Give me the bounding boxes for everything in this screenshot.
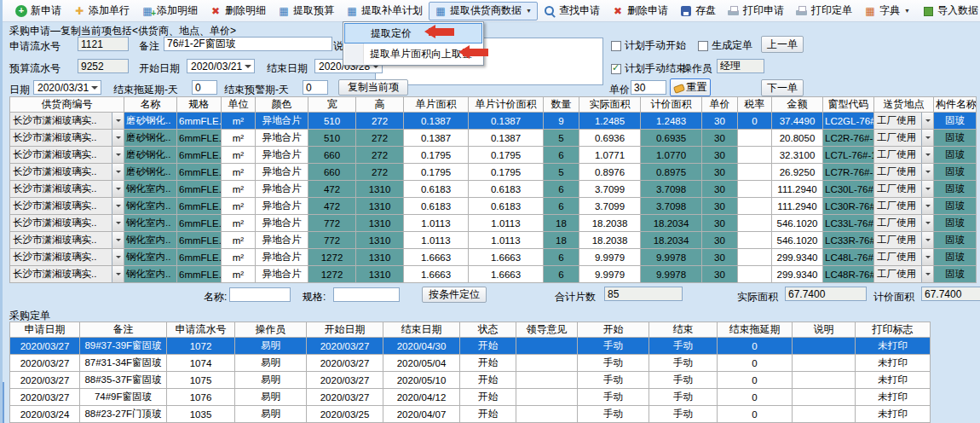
cell-supplier[interactable]: 长沙市潇湘玻璃实.. xyxy=(10,249,124,266)
dropdown-arrow-icon[interactable] xyxy=(921,147,933,163)
table-row[interactable]: 2020/03/2789#37-39F窗固玻1072易明2020/03/2720… xyxy=(10,338,931,355)
cell-calc_area[interactable]: 9.9978 xyxy=(641,266,702,283)
cell-start_date[interactable]: 2020/03/27 xyxy=(307,372,383,389)
cell-component[interactable]: 固玻 xyxy=(934,249,977,266)
cell-start_mode[interactable]: 手动 xyxy=(578,338,649,355)
cell-actual_area[interactable]: 9.9979 xyxy=(579,249,641,266)
dropdown-arrow-icon[interactable] xyxy=(112,232,124,248)
cell-leader_opinion[interactable] xyxy=(516,338,578,355)
toolbar-button-print[interactable]: 打印定单 xyxy=(790,2,858,20)
combo-cell[interactable]: 长沙市潇湘玻璃实.. xyxy=(10,232,124,248)
combo-cell[interactable]: 长沙市潇湘玻璃实.. xyxy=(10,215,124,231)
dropdown-arrow-icon[interactable] xyxy=(921,164,933,180)
cell-height[interactable]: 272 xyxy=(356,113,404,130)
cell-color[interactable]: 异地合片 xyxy=(256,249,308,266)
cell-win_code[interactable]: LC30L-76#.. xyxy=(823,181,874,198)
cell-piece_calc_area[interactable]: 1.6663 xyxy=(469,266,544,283)
cell-amount[interactable]: 20.8050 xyxy=(772,130,823,147)
cell-tax[interactable] xyxy=(738,198,772,215)
cell-win_code[interactable]: LC2GL-76#.. xyxy=(823,113,874,130)
cell-color[interactable]: 异地合片 xyxy=(256,164,308,181)
cell-req_date[interactable]: 2020/03/27 xyxy=(10,389,80,406)
cell-calc_area[interactable]: 18.2034 xyxy=(641,232,702,249)
dropdown-arrow-icon[interactable] xyxy=(921,130,933,146)
cell-start_date[interactable]: 2020/03/27 xyxy=(307,355,383,372)
cell-width[interactable]: 472 xyxy=(308,198,356,215)
combo-cell[interactable]: 工厂使用 xyxy=(874,130,933,146)
cell-actual_area[interactable]: 0.6936 xyxy=(579,130,641,147)
cell-delivery[interactable]: 工厂使用 xyxy=(874,249,934,266)
request-no-input[interactable] xyxy=(78,37,129,51)
cell-end_delay[interactable]: 0 xyxy=(718,338,793,355)
cell-operator[interactable]: 易明 xyxy=(235,406,307,423)
combo-cell[interactable]: 长沙市潇湘玻璃实.. xyxy=(10,266,124,282)
cell-height[interactable]: 272 xyxy=(356,147,404,164)
cell-req_date[interactable]: 2020/03/27 xyxy=(10,372,80,389)
table-row[interactable]: 长沙市潇湘玻璃实..磨砂钢化..6mmFLE..m²异地合片5102720.13… xyxy=(10,130,977,147)
cell-calc_area[interactable]: 1.0770 xyxy=(641,147,702,164)
cell-serial[interactable]: 1035 xyxy=(167,406,235,423)
manual-start-checkbox[interactable]: 计划手动开始 xyxy=(611,38,686,53)
cell-height[interactable]: 1310 xyxy=(356,232,404,249)
cell-win_code[interactable]: LC48R-76#.. xyxy=(823,266,874,283)
toolbar-button-delete-request[interactable]: 删除申请 xyxy=(606,2,674,20)
cell-unit_price[interactable]: 30 xyxy=(702,266,738,283)
dropdown-arrow-icon[interactable] xyxy=(921,215,933,231)
cell-component[interactable]: 固玻 xyxy=(934,266,977,283)
cell-delivery[interactable]: 工厂使用 xyxy=(874,130,934,147)
cell-name[interactable]: 钢化室内.. xyxy=(124,232,177,249)
cell-tax[interactable]: 0 xyxy=(738,113,772,130)
cell-unit[interactable]: m² xyxy=(222,130,256,147)
end-warning-input[interactable] xyxy=(303,80,328,95)
cell-unit[interactable]: m² xyxy=(222,198,256,215)
toolbar-button-new[interactable]: 新申请 xyxy=(9,2,67,20)
cell-status[interactable]: 开始 xyxy=(460,406,516,423)
cell-serial[interactable]: 1072 xyxy=(167,338,235,355)
cell-start_mode[interactable]: 手动 xyxy=(578,389,649,406)
cell-actual_area[interactable]: 0.8976 xyxy=(579,164,641,181)
cell-leader_opinion[interactable] xyxy=(516,372,578,389)
cell-piece_area[interactable]: 0.6183 xyxy=(404,198,469,215)
dropdown-arrow-icon[interactable] xyxy=(112,147,124,163)
cell-width[interactable]: 1272 xyxy=(308,249,356,266)
cell-qty[interactable]: 9 xyxy=(544,113,579,130)
table-row[interactable]: 长沙市潇湘玻璃实..钢化室内..6mmFLE..m²异地合片127213101.… xyxy=(10,249,977,266)
cell-operator[interactable]: 易明 xyxy=(235,338,307,355)
cell-piece_area[interactable]: 1.6663 xyxy=(404,266,469,283)
cell-win_code[interactable]: LC7L-76#-1FO xyxy=(823,147,874,164)
cell-end_mode[interactable]: 手动 xyxy=(649,389,718,406)
cell-win_code[interactable]: LC30R-76#.. xyxy=(823,198,874,215)
cell-unit[interactable]: m² xyxy=(222,266,256,283)
manual-end-checkbox[interactable]: 计划手动结束 xyxy=(611,61,686,76)
cell-component[interactable]: 固玻 xyxy=(934,147,977,164)
cell-leader_opinion[interactable] xyxy=(516,355,578,372)
cell-width[interactable]: 1272 xyxy=(308,266,356,283)
cell-component[interactable]: 固玻 xyxy=(934,181,977,198)
cell-qty[interactable]: 6 xyxy=(544,198,579,215)
cell-unit[interactable]: m² xyxy=(222,215,256,232)
cell-spec[interactable]: 6mmFLE.. xyxy=(177,232,222,249)
cell-end_delay[interactable]: 0 xyxy=(718,355,793,372)
table-row[interactable]: 长沙市潇湘玻璃实..磨砂钢化..6mmFLE..m²异地合片6602720.17… xyxy=(10,164,977,181)
dropdown-arrow-icon[interactable] xyxy=(112,181,124,197)
cell-height[interactable]: 1310 xyxy=(356,249,404,266)
cell-calc_area[interactable]: 18.2034 xyxy=(641,215,702,232)
cell-remark[interactable]: 88#35-37F窗固玻 xyxy=(80,372,167,389)
filter-spec-input[interactable] xyxy=(333,287,400,302)
dropdown-arrow-icon[interactable] xyxy=(921,181,933,197)
cell-win_code[interactable]: LC48L-76#.. xyxy=(823,249,874,266)
cell-unit[interactable]: m² xyxy=(222,232,256,249)
cell-remark[interactable]: 88#23-27F门顶玻 xyxy=(80,406,167,423)
cell-piece_calc_area[interactable]: 1.6663 xyxy=(469,249,544,266)
cell-actual_area[interactable]: 9.9979 xyxy=(579,266,641,283)
cell-win_code[interactable]: LC2R-76#-1F xyxy=(823,130,874,147)
cell-spec[interactable]: 6mmFLE.. xyxy=(177,113,222,130)
cell-height[interactable]: 272 xyxy=(356,130,404,147)
combo-cell[interactable]: 工厂使用 xyxy=(874,198,933,214)
cell-supplier[interactable]: 长沙市潇湘玻璃实.. xyxy=(10,113,124,130)
dropdown-arrow-icon[interactable] xyxy=(921,113,933,129)
table-row[interactable]: 长沙市潇湘玻璃实..磨砂钢化..6mmFLE..m²异地合片6602720.17… xyxy=(10,147,977,164)
dropdown-arrow-icon[interactable] xyxy=(921,198,933,214)
cell-tax[interactable] xyxy=(738,181,772,198)
cell-component[interactable]: 固玻 xyxy=(934,113,977,130)
